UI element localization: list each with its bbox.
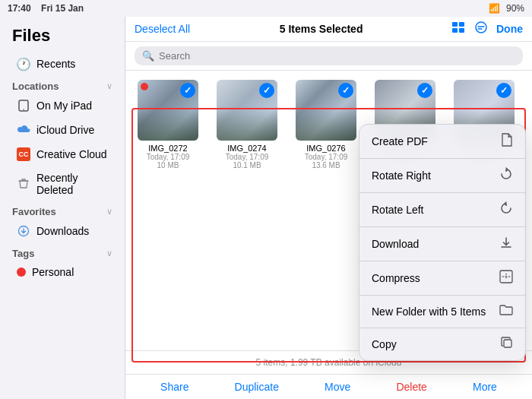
content-toolbar: Deselect All 5 Items Selected bbox=[125, 17, 532, 42]
sidebar-item-on-my-ipad[interactable]: On My iPad bbox=[5, 94, 120, 117]
status-icons: 📶 90% bbox=[489, 3, 524, 14]
context-menu-item-download[interactable]: Download bbox=[359, 227, 525, 261]
file-checkbox-2936[interactable]: ✓ bbox=[496, 83, 511, 98]
sidebar-item-downloads[interactable]: Downloads bbox=[5, 220, 120, 242]
share-button[interactable]: Share bbox=[160, 381, 188, 393]
sort-icon[interactable] bbox=[475, 21, 487, 36]
sidebar-item-creative-cloud[interactable]: CC Creative Cloud bbox=[5, 143, 120, 166]
context-menu-item-new-folder[interactable]: New Folder with 5 Items bbox=[359, 296, 525, 328]
main-layout: Files 🕐 Recents Locations ∨ On My iPad bbox=[0, 17, 532, 399]
personal-label: Personal bbox=[32, 266, 74, 278]
context-menu-item-rotate-right[interactable]: Rotate Right bbox=[359, 159, 525, 193]
creative-cloud-icon: CC bbox=[17, 147, 30, 161]
new-folder-label: New Folder with 5 Items bbox=[372, 306, 493, 318]
svg-rect-6 bbox=[459, 28, 464, 33]
context-menu: Create PDF Rotate Right bbox=[359, 124, 526, 361]
compress-label: Compress bbox=[372, 272, 493, 284]
sidebar-item-recents[interactable]: 🕐 Recents bbox=[5, 52, 120, 75]
rotate-left-label: Rotate Left bbox=[372, 204, 493, 216]
app-title: Files bbox=[0, 23, 125, 52]
rotate-right-icon bbox=[499, 167, 513, 184]
personal-tag-dot bbox=[17, 268, 26, 277]
svg-point-1 bbox=[23, 109, 24, 110]
recents-icon: 🕐 bbox=[17, 57, 30, 71]
locations-chevron-icon: ∨ bbox=[106, 81, 112, 91]
red-dot-indicator bbox=[141, 83, 148, 90]
trash-icon bbox=[17, 177, 30, 191]
toolbar-left: Deselect All bbox=[135, 22, 190, 36]
file-checkbox-0274[interactable]: ✓ bbox=[259, 83, 274, 98]
context-menu-item-copy[interactable]: Copy bbox=[359, 328, 525, 360]
ipad-icon bbox=[17, 99, 30, 112]
time-display: 17:40 Fri 15 Jan bbox=[8, 3, 84, 14]
more-button[interactable]: More bbox=[473, 381, 497, 393]
create-pdf-label: Create PDF bbox=[372, 135, 495, 147]
download-icon bbox=[499, 236, 513, 252]
new-folder-icon bbox=[499, 304, 513, 319]
svg-rect-3 bbox=[452, 22, 458, 27]
copy-label: Copy bbox=[372, 338, 495, 350]
favorites-label: Favorites bbox=[12, 206, 56, 217]
selection-count: 5 Items Selected bbox=[280, 23, 363, 35]
svg-rect-4 bbox=[459, 22, 464, 27]
file-checkbox-0276[interactable]: ✓ bbox=[338, 83, 353, 98]
context-menu-item-create-pdf[interactable]: Create PDF bbox=[359, 125, 525, 159]
rotate-right-label: Rotate Right bbox=[372, 169, 493, 182]
sidebar-item-personal[interactable]: Personal bbox=[5, 261, 120, 283]
icloud-icon bbox=[17, 123, 30, 137]
top-bar: 17:40 Fri 15 Jan 📶 90% bbox=[0, 0, 532, 17]
context-menu-item-compress[interactable]: Compress bbox=[359, 261, 525, 296]
battery-indicator: 90% bbox=[506, 3, 524, 14]
download-label: Download bbox=[372, 238, 493, 250]
file-checkbox-0281[interactable]: ✓ bbox=[417, 83, 432, 98]
search-bar: 🔍 bbox=[125, 42, 532, 71]
locations-section-header[interactable]: Locations ∨ bbox=[0, 76, 125, 93]
rotate-left-icon bbox=[499, 201, 513, 218]
sidebar: Files 🕐 Recents Locations ∨ On My iPad bbox=[0, 17, 125, 399]
date-display: Fri 15 Jan bbox=[41, 3, 84, 14]
downloads-icon bbox=[17, 224, 30, 238]
create-pdf-icon bbox=[501, 133, 513, 150]
svg-rect-9 bbox=[504, 340, 511, 347]
sidebar-item-icloud-drive[interactable]: iCloud Drive bbox=[5, 119, 120, 141]
copy-icon bbox=[501, 337, 513, 352]
wifi-icon: 📶 bbox=[489, 3, 500, 14]
file-checkbox-0272[interactable]: ✓ bbox=[180, 83, 195, 98]
favorites-section-header[interactable]: Favorites ∨ bbox=[0, 201, 125, 219]
toolbar-right: Done bbox=[452, 21, 523, 36]
recents-label: Recents bbox=[36, 58, 75, 70]
tags-chevron-icon: ∨ bbox=[106, 249, 112, 258]
search-icon: 🔍 bbox=[142, 50, 154, 62]
icloud-drive-label: iCloud Drive bbox=[36, 124, 94, 136]
compress-icon bbox=[499, 270, 513, 287]
search-wrapper[interactable]: 🔍 bbox=[135, 46, 523, 65]
done-button[interactable]: Done bbox=[496, 23, 523, 35]
creative-cloud-label: Creative Cloud bbox=[36, 148, 107, 160]
tags-label: Tags bbox=[12, 248, 34, 259]
action-bar: Share Duplicate Move Delete More bbox=[125, 374, 532, 399]
tags-section-header[interactable]: Tags ∨ bbox=[0, 243, 125, 261]
deselect-all-button[interactable]: Deselect All bbox=[135, 23, 190, 35]
context-menu-item-rotate-left[interactable]: Rotate Left bbox=[359, 193, 525, 227]
favorites-chevron-icon: ∨ bbox=[106, 207, 112, 217]
view-toggle-icon[interactable] bbox=[452, 22, 466, 36]
search-input[interactable] bbox=[159, 50, 515, 62]
locations-label: Locations bbox=[12, 81, 59, 92]
delete-button[interactable]: Delete bbox=[396, 381, 426, 393]
svg-point-7 bbox=[476, 22, 486, 33]
clock: 17:40 bbox=[8, 3, 31, 14]
sidebar-item-recently-deleted[interactable]: Recently Deleted bbox=[5, 167, 120, 201]
downloads-label: Downloads bbox=[36, 225, 89, 237]
content-area: Deselect All 5 Items Selected bbox=[125, 17, 532, 399]
recently-deleted-label: Recently Deleted bbox=[36, 172, 108, 196]
move-button[interactable]: Move bbox=[325, 381, 350, 393]
svg-rect-5 bbox=[452, 28, 458, 33]
duplicate-button[interactable]: Duplicate bbox=[235, 381, 279, 393]
on-my-ipad-label: On My iPad bbox=[36, 100, 92, 112]
